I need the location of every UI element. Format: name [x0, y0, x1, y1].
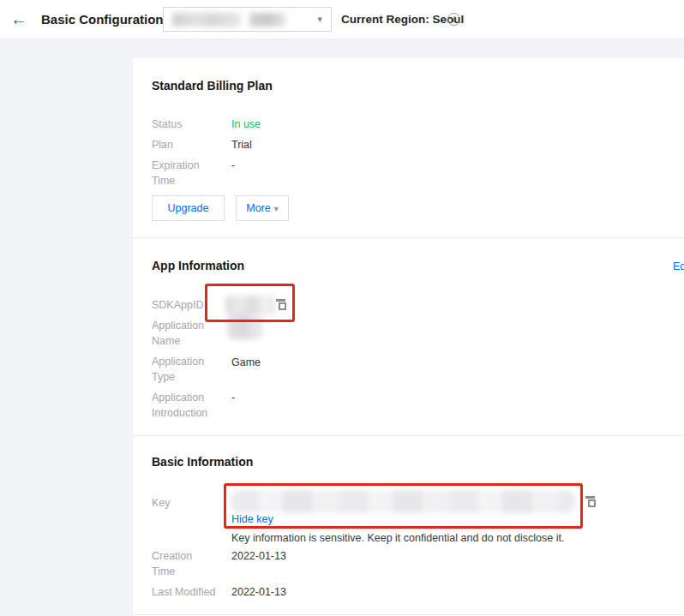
creation-time-label: Creation Time — [152, 548, 212, 579]
expiration-time-value: - — [231, 158, 235, 173]
card-bottom-divider — [133, 614, 684, 615]
application-type-label: Application Type — [152, 354, 212, 385]
redacted-app-name-part1 — [172, 13, 241, 27]
redacted-key-value — [230, 490, 576, 513]
redacted-app-name-part2 — [249, 13, 285, 27]
key-label: Key — [152, 495, 171, 511]
application-introduction-value: - — [231, 390, 235, 405]
more-button-label: More — [246, 202, 270, 214]
section-divider — [133, 237, 684, 238]
creation-time-value: 2022-01-13 — [231, 548, 286, 564]
application-name-label: Application Name — [152, 318, 212, 349]
section-divider — [133, 435, 684, 436]
info-icon[interactable]: i — [447, 13, 460, 26]
page-header: ← Basic Configuration ▾ Current Region: … — [0, 0, 684, 39]
more-button[interactable]: More▾ — [236, 195, 289, 221]
upgrade-button[interactable]: Upgrade — [152, 195, 225, 221]
status-value: In use — [231, 117, 261, 132]
copy-icon[interactable] — [276, 298, 287, 310]
configuration-card: Standard Billing Plan Status In use Plan… — [133, 58, 684, 616]
page-title: Basic Configuration — [41, 12, 164, 27]
back-arrow-icon[interactable]: ← — [9, 9, 29, 29]
billing-section-title: Standard Billing Plan — [152, 79, 273, 93]
app-info-section-title: App Information — [152, 259, 244, 272]
application-type-value: Game — [231, 355, 261, 370]
plan-label: Plan — [152, 137, 173, 153]
basic-configuration-page: ← Basic Configuration ▾ Current Region: … — [0, 0, 684, 616]
key-sensitivity-notice: Key information is sensitive. Keep it co… — [231, 532, 564, 544]
status-label: Status — [152, 117, 182, 132]
app-selector-dropdown[interactable]: ▾ — [163, 7, 332, 32]
last-modified-value: 2022-01-13 — [231, 584, 286, 600]
chevron-down-icon: ▾ — [274, 204, 279, 213]
plan-value: Trial — [231, 137, 252, 153]
chevron-down-icon: ▾ — [317, 14, 322, 25]
last-modified-label: Last Modified — [152, 584, 215, 600]
copy-icon[interactable] — [585, 495, 597, 507]
expiration-time-label: Expiration Time — [152, 158, 212, 188]
sdkappid-label: SDKAppID — [152, 297, 203, 313]
basic-info-section-title: Basic Information — [152, 455, 253, 469]
redacted-application-name-value — [227, 313, 263, 339]
edit-link[interactable]: Edit — [673, 260, 684, 272]
current-region-label: Current Region: Seoul — [341, 13, 464, 26]
hide-key-link[interactable]: Hide key — [231, 513, 273, 525]
application-introduction-label: Application Introduction — [152, 390, 212, 421]
